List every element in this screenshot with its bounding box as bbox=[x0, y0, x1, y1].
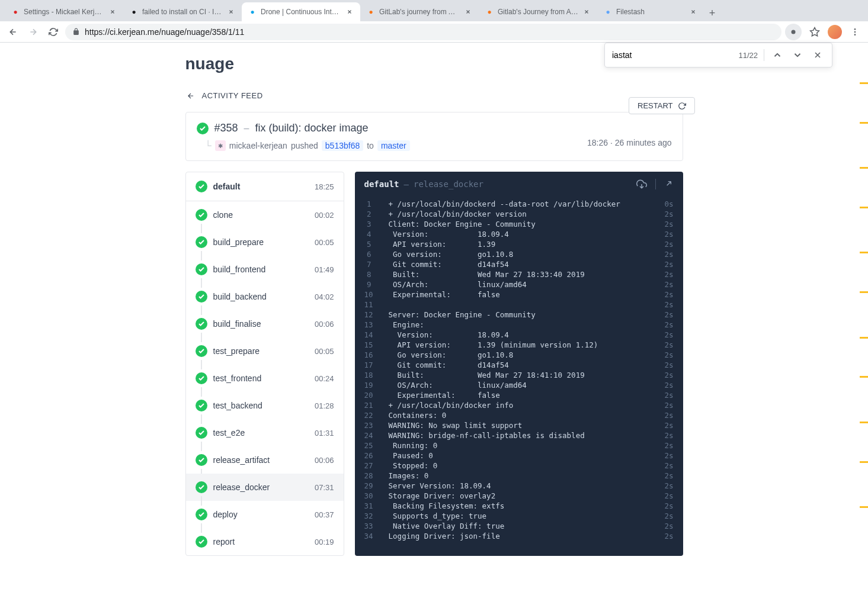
log-line-number: 34 bbox=[364, 531, 380, 541]
log-text: Experimental: false bbox=[380, 289, 660, 300]
log-duration: 2s bbox=[659, 521, 673, 531]
step-item[interactable]: deploy 00:37 bbox=[186, 501, 344, 528]
browser-tab[interactable]: ● Gitlab's Journey from Az… bbox=[479, 2, 597, 21]
log-duration: 2s bbox=[659, 219, 673, 229]
tab-title: Gitlab's Journey from Az… bbox=[498, 8, 578, 16]
browser-tab[interactable]: ● Filestash bbox=[597, 2, 704, 21]
log-line-number: 29 bbox=[364, 481, 380, 491]
browser-tab[interactable]: ● failed to install on CI · Iss… bbox=[123, 2, 242, 21]
tab-close-icon[interactable] bbox=[582, 7, 591, 17]
log-line: 32 Supports d_type: true 2s bbox=[364, 511, 674, 521]
extension-icon[interactable] bbox=[785, 24, 802, 40]
new-tab-button[interactable]: + bbox=[704, 5, 720, 21]
tab-favicon: ● bbox=[366, 7, 376, 17]
find-close-button[interactable] bbox=[811, 48, 825, 62]
step-item[interactable]: clone 00:02 bbox=[186, 201, 344, 229]
log-text: Running: 0 bbox=[380, 440, 660, 451]
log-text: Git commit: d14af54 bbox=[380, 259, 660, 269]
step-item[interactable]: build_backend 04:02 bbox=[186, 283, 344, 310]
log-line: 13 Engine: 2s bbox=[364, 320, 674, 330]
log-text: Containers: 0 bbox=[380, 410, 660, 420]
step-item[interactable]: release_docker 07:31 bbox=[186, 474, 344, 501]
step-item[interactable]: test_frontend 00:24 bbox=[186, 365, 344, 392]
log-duration: 2s bbox=[659, 300, 673, 310]
forward-button[interactable] bbox=[25, 24, 41, 40]
step-item[interactable]: build_prepare 00:05 bbox=[186, 229, 344, 256]
log-duration: 2s bbox=[659, 330, 673, 340]
log-line-number: 32 bbox=[364, 511, 380, 521]
check-icon bbox=[196, 400, 207, 411]
reload-button[interactable] bbox=[45, 24, 62, 40]
log-line-number: 26 bbox=[364, 451, 380, 461]
tab-close-icon[interactable] bbox=[688, 7, 698, 17]
browser-tab[interactable]: ● Drone | Continuous Inte… bbox=[242, 2, 360, 21]
tab-close-icon[interactable] bbox=[108, 7, 117, 17]
bookmark-icon[interactable] bbox=[806, 24, 823, 40]
step-item[interactable]: report 00:19 bbox=[186, 528, 344, 555]
log-text: Experimental: false bbox=[380, 390, 660, 400]
find-next-button[interactable] bbox=[790, 48, 805, 62]
commit-hash[interactable]: b513bf68 bbox=[322, 140, 363, 151]
svg-point-1 bbox=[854, 28, 856, 30]
author-avatar-icon: ✱ bbox=[215, 140, 226, 151]
check-icon bbox=[196, 345, 207, 357]
log-line: 4 Version: 18.09.4 2s bbox=[364, 229, 674, 239]
expand-icon[interactable] bbox=[664, 179, 674, 189]
build-author: mickael-kerjean bbox=[229, 141, 287, 150]
log-line: 34 Logging Driver: json-file 2s bbox=[364, 531, 674, 541]
log-text: API version: 1.39 (minimum version 1.12) bbox=[380, 340, 660, 350]
step-item[interactable]: build_finalise 00:06 bbox=[186, 310, 344, 337]
build-card: #358 – fix (build): docker image └ ✱ mic… bbox=[185, 112, 683, 161]
back-button[interactable] bbox=[5, 24, 21, 40]
step-time: 00:02 bbox=[315, 211, 334, 220]
browser-tab[interactable]: ● Settings - Mickael Kerje… bbox=[5, 2, 123, 21]
log-duration: 2s bbox=[659, 491, 673, 501]
step-item[interactable]: build_frontend 01:49 bbox=[186, 256, 344, 283]
step-item[interactable]: release_artifact 00:06 bbox=[186, 446, 344, 474]
browser-tab[interactable]: ● GitLab's journey from Az… bbox=[360, 2, 479, 21]
check-icon bbox=[196, 263, 207, 275]
find-in-page-bar: 11/22 bbox=[604, 43, 832, 67]
step-item[interactable]: test_e2e 01:31 bbox=[186, 419, 344, 446]
step-item[interactable]: test_backend 01:28 bbox=[186, 392, 344, 419]
log-line: 26 Paused: 0 2s bbox=[364, 451, 674, 461]
console-body[interactable]: 1 + /usr/local/bin/dockerd --data-root /… bbox=[355, 197, 683, 551]
tab-title: Filestash bbox=[616, 8, 685, 16]
tab-close-icon[interactable] bbox=[345, 7, 354, 17]
log-duration: 2s bbox=[659, 289, 673, 300]
step-time: 01:49 bbox=[315, 265, 334, 274]
log-line-number: 8 bbox=[364, 269, 380, 279]
log-line-number: 27 bbox=[364, 461, 380, 471]
log-duration: 2s bbox=[659, 461, 673, 471]
restart-button[interactable]: RESTART bbox=[629, 97, 694, 114]
find-input[interactable] bbox=[612, 50, 732, 60]
build-number: #358 bbox=[214, 122, 238, 134]
branch-name[interactable]: master bbox=[377, 140, 410, 151]
log-text: Stopped: 0 bbox=[380, 461, 660, 471]
find-prev-button[interactable] bbox=[770, 48, 784, 62]
activity-feed-link[interactable]: ACTIVITY FEED bbox=[185, 73, 263, 112]
log-line-number: 3 bbox=[364, 219, 380, 229]
step-name: build_finalise bbox=[213, 319, 309, 329]
menu-icon[interactable] bbox=[847, 24, 863, 40]
pipeline-header[interactable]: default 18:25 bbox=[186, 172, 344, 201]
log-line-number: 9 bbox=[364, 279, 380, 289]
download-log-icon[interactable] bbox=[636, 179, 647, 189]
tab-close-icon[interactable] bbox=[463, 7, 473, 17]
profile-avatar[interactable] bbox=[828, 25, 842, 39]
tab-favicon: ● bbox=[248, 7, 257, 17]
address-bar[interactable]: https://ci.kerjean.me/nuage/nuage/358/1/… bbox=[65, 24, 781, 40]
log-text: Built: Wed Mar 27 18:33:40 2019 bbox=[380, 269, 660, 279]
tab-close-icon[interactable] bbox=[226, 7, 236, 17]
log-text: API version: 1.39 bbox=[380, 239, 660, 249]
step-name: test_prepare bbox=[213, 346, 309, 356]
step-item[interactable]: test_prepare 00:05 bbox=[186, 337, 344, 365]
console-step: release_docker bbox=[414, 179, 483, 189]
page-content: RESTART nuage ACTIVITY FEED #358 – fix (… bbox=[0, 43, 868, 608]
log-duration: 2s bbox=[659, 430, 673, 440]
log-duration: 2s bbox=[659, 340, 673, 350]
log-text: Images: 0 bbox=[380, 471, 660, 481]
log-duration: 2s bbox=[659, 279, 673, 289]
log-line: 24 WARNING: bridge-nf-call-iptables is d… bbox=[364, 430, 674, 440]
url-text: https://ci.kerjean.me/nuage/nuage/358/1/… bbox=[85, 27, 244, 37]
